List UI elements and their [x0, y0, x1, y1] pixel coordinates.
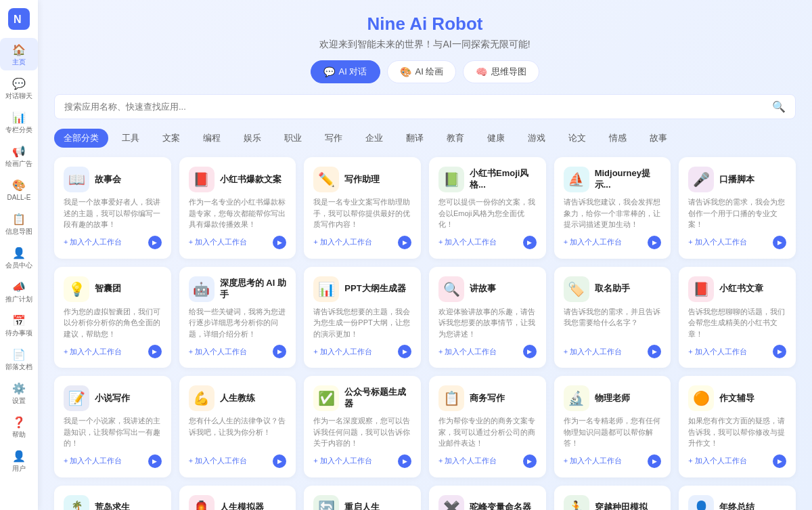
sidebar-item-ad[interactable]: 📢 绘画广告	[0, 140, 38, 172]
card-24[interactable]: 👤 年终总结 告诉我您的职业，让我为您帮助实现业绩年终总结！ + 加入个人工作台…	[679, 486, 796, 511]
search-input[interactable]	[64, 102, 767, 112]
filter-tab-health[interactable]: 健康	[478, 129, 514, 148]
header-tab-draw[interactable]: 🎨AI 绘画	[387, 60, 457, 83]
filter-tab-paper[interactable]: 论文	[559, 129, 595, 148]
card-play-7[interactable]: ▶	[148, 345, 162, 358]
filter-tab-writing[interactable]: 写作	[315, 129, 352, 148]
card-action-17[interactable]: + 加入个人工作台	[564, 456, 622, 466]
sidebar-item-home[interactable]: 🏠 主页	[0, 38, 38, 70]
card-13[interactable]: 📝 小说写作 我是一个小说家，我讲述的主题知识，让我帮你写出一有趣的！ + 加入…	[54, 376, 171, 477]
card-play-9[interactable]: ▶	[398, 345, 411, 358]
card-21[interactable]: 🔄 重启人生 我是人生重新规划助手，您给我的角色，我就是开始！ + 加入个人工作…	[304, 486, 421, 511]
card-18[interactable]: 🟠 作文辅导 如果您有作文方面的疑惑，请告诉我，我可以帮你修改与提升作文！ + …	[679, 376, 796, 477]
card-title-13: 小说写作	[95, 393, 130, 404]
card-play-15[interactable]: ▶	[398, 454, 411, 468]
filter-tab-enterprise[interactable]: 企业	[356, 129, 392, 148]
card-action-11[interactable]: + 加入个人工作台	[564, 347, 622, 357]
card-10[interactable]: 🔍 讲故事 欢迎体验讲故事的乐趣，请告诉我您想要的故事情节，让我为您讲述！ + …	[429, 267, 546, 368]
sidebar-item-flow[interactable]: 📋 信息导图	[0, 207, 38, 240]
card-6[interactable]: 🎤 口播脚本 请告诉我您的需求，我会为您创作一个用于口播的专业文案！ + 加入个…	[679, 157, 796, 259]
header-tab-mind[interactable]: 🧠思维导图	[463, 60, 539, 83]
card-play-1[interactable]: ▶	[148, 236, 162, 249]
card-play-13[interactable]: ▶	[148, 454, 162, 468]
card-play-17[interactable]: ▶	[648, 454, 661, 468]
card-action-1[interactable]: + 加入个人工作台	[64, 237, 122, 247]
card-action-15[interactable]: + 加入个人工作台	[313, 456, 371, 466]
card-20[interactable]: 🏮 人生模拟器 人生选择，面对不同的选择，你想要如何度过，在模拟一个！ + 加入…	[179, 486, 296, 511]
card-action-12[interactable]: + 加入个人工作台	[688, 347, 746, 357]
card-header-15: ✅ 公众号标题生成器	[313, 385, 411, 411]
filter-tab-code[interactable]: 编程	[194, 129, 230, 148]
sidebar-item-category[interactable]: 📊 专栏分类	[0, 106, 38, 138]
card-23[interactable]: 🏃 穿越种田模拟 我们设计了一个穿越种田模拟的游戏，现在一起来玩！ + 加入个人…	[554, 486, 671, 511]
card-play-12[interactable]: ▶	[773, 345, 786, 358]
sidebar-item-doc[interactable]: 📄 部落文档	[0, 343, 38, 375]
card-5[interactable]: ⛵ Midjourney提示... 请告诉我您建议，我会发挥想象力，给你一个非常…	[554, 157, 671, 259]
card-15[interactable]: ✅ 公众号标题生成器 作为一名深度观察，您可以告诉我任何问题，我可以告诉你关于内…	[304, 376, 421, 477]
filter-tab-entertainment[interactable]: 娱乐	[234, 129, 271, 148]
card-action-10[interactable]: + 加入个人工作台	[438, 347, 497, 357]
card-play-6[interactable]: ▶	[773, 236, 786, 249]
card-action-3[interactable]: + 加入个人工作台	[313, 237, 371, 247]
filter-tab-all[interactable]: 全部分类	[54, 129, 108, 148]
card-action-7[interactable]: + 加入个人工作台	[64, 347, 122, 357]
card-action-6[interactable]: + 加入个人工作台	[688, 237, 746, 247]
sidebar-item-settings[interactable]: ⚙️ 设置	[0, 377, 38, 409]
card-play-2[interactable]: ▶	[273, 236, 286, 249]
card-action-9[interactable]: + 加入个人工作台	[313, 347, 371, 357]
card-play-10[interactable]: ▶	[523, 345, 537, 358]
app-logo[interactable]: N	[8, 8, 30, 30]
card-8[interactable]: 🤖 深度思考的 AI 助手 给我一些关键词，我将为您进行逐步详细思考分析你的问题…	[179, 267, 296, 368]
card-play-11[interactable]: ▶	[648, 345, 661, 358]
sidebar-item-chat[interactable]: 💬 对话聊天	[0, 72, 38, 104]
card-17[interactable]: 🔬 物理老师 作为一名专精老师，您有任何物理知识问题都可以帮你解答！ + 加入个…	[554, 376, 671, 477]
card-play-5[interactable]: ▶	[648, 236, 661, 249]
card-action-13[interactable]: + 加入个人工作台	[64, 456, 122, 466]
card-action-4[interactable]: + 加入个人工作台	[438, 237, 497, 247]
sidebar-item-help[interactable]: ❓ 帮助	[0, 410, 38, 443]
card-title-3: 写作助理	[344, 174, 380, 186]
filter-tab-career[interactable]: 职业	[275, 129, 311, 148]
card-desc-3: 我是一名专业文案写作助理助手，我可以帮你提供最好的优质写作内容！	[313, 196, 411, 230]
card-play-14[interactable]: ▶	[273, 454, 286, 468]
card-19[interactable]: 🏝️ 荒岛求生 好奇心旺，我就帮你探索如何荒岛求生的故事！ + 加入个人工作台 …	[54, 486, 171, 511]
card-2[interactable]: 📕 小红书爆款文案 作为一名专业的小红书爆款标题专家，您每次都能帮你写出具有爆款…	[179, 157, 296, 259]
filter-tab-tools[interactable]: 工具	[112, 129, 149, 148]
search-icon[interactable]: 🔍	[772, 100, 786, 113]
sidebar-item-promote[interactable]: 📣 推广计划	[0, 275, 38, 307]
sidebar-item-user[interactable]: 👤 用户	[0, 444, 38, 477]
sidebar-item-task[interactable]: 📅 待办事项	[0, 309, 38, 341]
sidebar-item-dalle[interactable]: 🎨 DALL-E	[0, 173, 38, 206]
card-play-3[interactable]: ▶	[398, 236, 411, 249]
filter-tab-game[interactable]: 游戏	[518, 129, 555, 148]
card-play-16[interactable]: ▶	[523, 454, 537, 468]
card-play-8[interactable]: ▶	[273, 345, 286, 358]
card-icon-2: 📕	[189, 167, 215, 192]
card-9[interactable]: 📊 PPT大纲生成器 请告诉我您想要的主题，我会为您生成一份PPT大纲，让您的演…	[304, 267, 421, 368]
filter-tab-story[interactable]: 故事	[640, 129, 677, 148]
filter-tab-emotion[interactable]: 情感	[600, 129, 636, 148]
card-7[interactable]: 💡 智囊团 作为您的虚拟智囊团，我们可以分析你分析你的角色全面的建议，帮助您！ …	[54, 267, 171, 368]
card-action-2[interactable]: + 加入个人工作台	[189, 237, 247, 247]
card-12[interactable]: 📕 小红书文章 告诉我您想聊聊的话题，我们会帮您生成精美的小红书文章！ + 加入…	[679, 267, 796, 368]
card-play-18[interactable]: ▶	[773, 454, 786, 468]
card-4[interactable]: 📗 小红书Emoji风格... 您可以提供一份你的文案，我会以Emoji风格为您…	[429, 157, 546, 259]
card-22[interactable]: ✖️ 驼峰变量命名器 主要名称处理，您需要给我中文，我会为您生成！ + 加入个人…	[429, 486, 546, 511]
card-14[interactable]: 💪 人生教练 您有什么人生的法律争议？告诉我吧，让我为你分析！ + 加入个人工作…	[179, 376, 296, 477]
card-action-16[interactable]: + 加入个人工作台	[438, 456, 497, 466]
card-11[interactable]: 🏷️ 取名助手 请告诉我您的需求，并且告诉我您需要给什么名字？ + 加入个人工作…	[554, 267, 671, 368]
header-tab-chat[interactable]: 💬AI 对话	[311, 60, 380, 83]
filter-tab-education[interactable]: 教育	[437, 129, 474, 148]
card-16[interactable]: 📋 商务写作 作为帮你专业的的商务文案专家，我可以通过分析公司的商业邮件表达！ …	[429, 376, 546, 477]
card-3[interactable]: ✏️ 写作助理 我是一名专业文案写作助理助手，我可以帮你提供最好的优质写作内容！…	[304, 157, 421, 259]
sidebar-item-member[interactable]: 👤 会员中心	[0, 241, 38, 274]
filter-tab-copy[interactable]: 文案	[153, 129, 189, 148]
filter-tab-translate[interactable]: 翻译	[397, 129, 433, 148]
card-1[interactable]: 📖 故事会 我是一个故事爱好者人，我讲述的主题，我可以帮你编写一段有趣的故事！ …	[54, 157, 171, 259]
card-title-18: 作文辅导	[719, 393, 754, 404]
card-action-8[interactable]: + 加入个人工作台	[189, 347, 247, 357]
card-action-5[interactable]: + 加入个人工作台	[564, 237, 622, 247]
card-play-4[interactable]: ▶	[523, 236, 537, 249]
card-action-18[interactable]: + 加入个人工作台	[688, 456, 746, 466]
card-action-14[interactable]: + 加入个人工作台	[189, 456, 247, 466]
